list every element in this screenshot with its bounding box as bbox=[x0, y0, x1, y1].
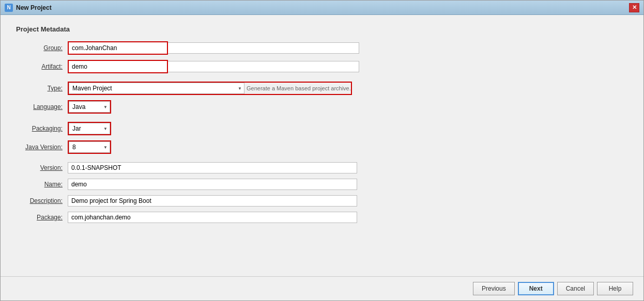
language-row: Language: Java Kotlin Groovy ▼ bbox=[16, 100, 628, 114]
packaging-row: Packaging: Jar War ▼ bbox=[16, 122, 628, 135]
version-label: Version: bbox=[16, 164, 68, 171]
language-label: Language: bbox=[16, 103, 68, 110]
group-input-extra[interactable] bbox=[168, 42, 359, 54]
package-label: Package: bbox=[16, 214, 68, 221]
name-row: Name: bbox=[16, 179, 628, 190]
packaging-label: Packaging: bbox=[16, 125, 68, 132]
artifact-input[interactable] bbox=[69, 61, 167, 72]
artifact-input-extra[interactable] bbox=[168, 61, 359, 72]
java-version-label: Java Version: bbox=[16, 144, 68, 151]
window-title: New Project bbox=[16, 4, 629, 11]
package-input[interactable] bbox=[68, 212, 357, 223]
name-input[interactable] bbox=[68, 179, 357, 190]
java-version-select[interactable]: 8 11 17 bbox=[69, 141, 110, 153]
language-dropdown-wrapper: Java Kotlin Groovy ▼ bbox=[69, 101, 110, 113]
titlebar: N New Project ✕ bbox=[1, 1, 643, 15]
window-icon: N bbox=[5, 4, 13, 12]
packaging-select[interactable]: Jar War bbox=[69, 123, 110, 134]
java-version-dropdown-wrapper: 8 11 17 ▼ bbox=[69, 141, 110, 153]
type-select[interactable]: Maven Project Gradle Project bbox=[69, 83, 244, 94]
description-label: Description: bbox=[16, 197, 68, 204]
version-row: Version: bbox=[16, 162, 628, 173]
new-project-window: N New Project ✕ Project Metadata Group: … bbox=[0, 0, 644, 301]
language-select[interactable]: Java Kotlin Groovy bbox=[69, 101, 110, 113]
type-dropdown-wrapper: Maven Project Gradle Project ▼ bbox=[69, 83, 244, 94]
artifact-input-wrapper bbox=[68, 60, 168, 73]
cancel-button[interactable]: Cancel bbox=[557, 282, 594, 295]
packaging-dropdown-wrapper: Jar War ▼ bbox=[69, 123, 110, 134]
type-select-wrapper: Maven Project Gradle Project ▼ Generate … bbox=[68, 82, 352, 95]
packaging-select-wrapper: Jar War ▼ bbox=[68, 122, 111, 135]
type-description: Generate a Maven based project archive. bbox=[247, 85, 351, 91]
group-input[interactable] bbox=[69, 42, 167, 54]
group-row: Group: bbox=[16, 41, 628, 55]
language-select-wrapper: Java Kotlin Groovy ▼ bbox=[68, 100, 111, 114]
description-row: Description: bbox=[16, 195, 628, 207]
type-row: Type: Maven Project Gradle Project ▼ Gen… bbox=[16, 82, 628, 95]
name-label: Name: bbox=[16, 181, 68, 188]
type-label: Type: bbox=[16, 85, 68, 92]
next-button[interactable]: Next bbox=[518, 282, 554, 295]
close-button[interactable]: ✕ bbox=[629, 3, 639, 12]
section-title: Project Metadata bbox=[16, 25, 628, 33]
java-version-row: Java Version: 8 11 17 ▼ bbox=[16, 140, 628, 154]
description-input[interactable] bbox=[68, 195, 357, 207]
group-input-wrapper bbox=[68, 41, 168, 55]
form-area: Group: Artifact: Type: bbox=[16, 41, 628, 266]
version-input[interactable] bbox=[68, 162, 357, 173]
main-content: Project Metadata Group: Artifact: bbox=[1, 15, 643, 276]
artifact-label: Artifact: bbox=[16, 63, 68, 70]
group-label: Group: bbox=[16, 44, 68, 52]
previous-button[interactable]: Previous bbox=[473, 282, 515, 295]
package-row: Package: bbox=[16, 212, 628, 223]
java-version-select-wrapper: 8 11 17 ▼ bbox=[68, 140, 111, 154]
footer: Previous Next Cancel Help bbox=[1, 276, 643, 300]
help-button[interactable]: Help bbox=[597, 282, 633, 295]
artifact-row: Artifact: bbox=[16, 60, 628, 73]
